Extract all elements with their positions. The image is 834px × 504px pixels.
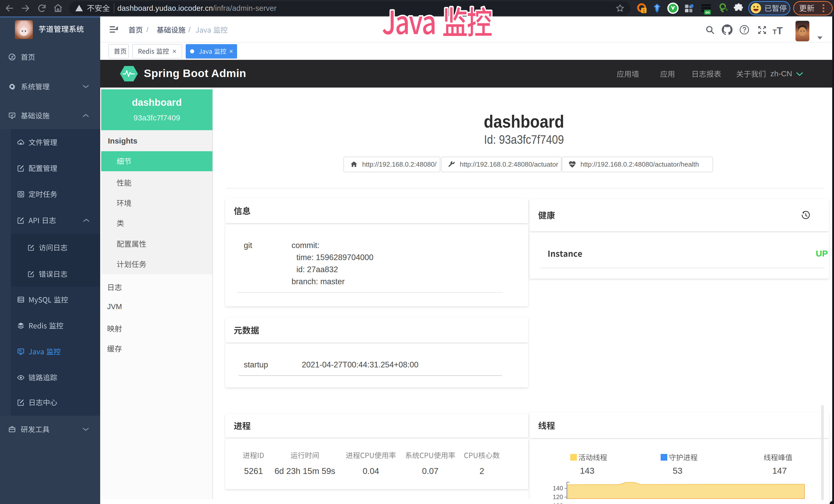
svg-text:on: on [705,10,710,15]
svg-text:1: 1 [642,8,645,13]
